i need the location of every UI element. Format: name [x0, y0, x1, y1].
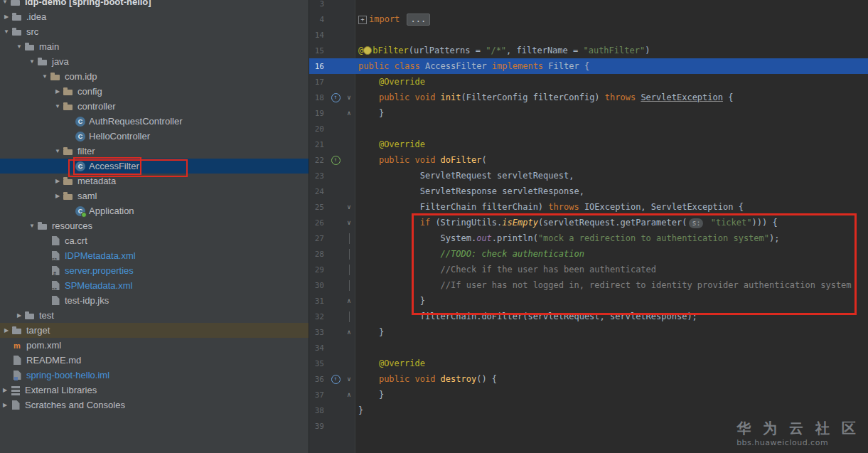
code-text[interactable]: } — [355, 387, 868, 403]
tree-item-external-libraries[interactable]: ▶External Libraries — [0, 383, 309, 398]
line-number[interactable]: 37 — [309, 390, 328, 400]
line-number[interactable]: 29 — [309, 265, 328, 275]
editor-line-23[interactable]: 23 ServletRequest servletRequest, — [309, 168, 868, 183]
editor-line-30[interactable]: 30 //If user has not logged in, redirect… — [309, 277, 868, 293]
line-number[interactable]: 20 — [309, 124, 328, 134]
line-number[interactable]: 27 — [309, 234, 328, 243]
tree-item-controller[interactable]: ▼controller — [0, 99, 309, 114]
editor-line-26[interactable]: 26 if (StringUtils.isEmpty(servletReques… — [309, 215, 868, 230]
fold-bar-icon[interactable] — [349, 265, 350, 275]
fold-bar-icon[interactable] — [349, 249, 350, 260]
line-number[interactable]: 23 — [309, 171, 328, 181]
line-number[interactable]: 17 — [309, 78, 328, 87]
tree-item-main[interactable]: ▼main — [0, 39, 309, 54]
code-text[interactable]: public void destroy() { — [355, 371, 868, 387]
line-number[interactable]: 26 — [309, 218, 328, 228]
code-text[interactable] — [355, 0, 868, 11]
code-text[interactable]: ServletRequest servletRequest, — [355, 168, 868, 183]
expand-down-arrow-icon[interactable]: ▼ — [53, 148, 63, 154]
fold-bar-icon[interactable] — [349, 280, 350, 291]
editor-line-14[interactable]: 14 — [309, 27, 868, 43]
editor-line-16[interactable]: 16public class AccessFilter implements F… — [309, 58, 868, 74]
code-text[interactable]: @bFilter(urlPatterns = "/*", filterName … — [355, 43, 868, 58]
fold-down-icon[interactable] — [347, 95, 350, 101]
expand-right-arrow-icon[interactable]: ▶ — [0, 387, 10, 393]
code-text[interactable] — [355, 340, 868, 356]
editor-line-24[interactable]: 24 ServletResponse servletResponse, — [309, 183, 868, 199]
tree-item-idpmetadata-xml[interactable]: IDPMetadata.xml — [0, 248, 309, 263]
editor-line-20[interactable]: 20 — [309, 121, 868, 137]
editor-line-15[interactable]: 15@bFilter(urlPatterns = "/*", filterNam… — [309, 43, 868, 58]
expand-down-arrow-icon[interactable]: ▼ — [27, 58, 37, 65]
line-number[interactable]: 18 — [309, 93, 328, 102]
fold-up-icon[interactable] — [347, 329, 350, 336]
editor-line-19[interactable]: 19 } — [309, 105, 868, 121]
line-number[interactable]: 30 — [309, 281, 328, 290]
editor-line-17[interactable]: 17 @Override — [309, 74, 868, 90]
fold-down-icon[interactable] — [347, 220, 350, 226]
code-text[interactable]: ServletResponse servletResponse, — [355, 183, 868, 199]
code-text[interactable]: @Override — [355, 137, 868, 152]
line-number[interactable]: 22 — [309, 156, 328, 165]
expand-right-arrow-icon[interactable]: ▶ — [53, 178, 63, 184]
override-method-icon[interactable] — [331, 156, 341, 165]
expand-right-arrow-icon[interactable]: ▶ — [1, 14, 11, 20]
tree-item-hellocontroller[interactable]: HelloController — [0, 129, 309, 144]
editor-line-34[interactable]: 34 — [309, 340, 868, 356]
code-text[interactable]: public class AccessFilter implements Fil… — [355, 58, 868, 74]
line-number[interactable]: 28 — [309, 250, 328, 259]
tree-item-filter[interactable]: ▼filter — [0, 144, 309, 159]
editor-line-18[interactable]: 18 public void init(FilterConfig filterC… — [309, 90, 868, 105]
expand-down-arrow-icon[interactable]: ▼ — [53, 103, 63, 110]
code-text[interactable]: FilterChain filterChain) throws IOExcept… — [355, 199, 868, 215]
editor-line-4[interactable]: 4import ... — [309, 11, 868, 27]
code-text[interactable]: } — [355, 403, 868, 418]
code-text[interactable] — [355, 27, 868, 43]
line-number[interactable]: 3 — [309, 0, 328, 9]
expand-right-arrow-icon[interactable]: ▶ — [0, 402, 10, 408]
editor-line-25[interactable]: 25 FilterChain filterChain) throws IOExc… — [309, 199, 868, 215]
editor-line-32[interactable]: 32 filterChain.doFilter(servletRequest, … — [309, 309, 868, 324]
tree-item-idea[interactable]: ▶.idea — [0, 9, 309, 24]
line-number[interactable]: 34 — [309, 343, 328, 353]
code-text[interactable]: public void init(FilterConfig filterConf… — [355, 90, 868, 105]
tree-item-resources[interactable]: ▼resources — [0, 218, 309, 233]
code-text[interactable] — [355, 121, 868, 137]
line-number[interactable]: 39 — [309, 422, 328, 431]
code-text[interactable]: //Check if the user has been authenticat… — [355, 262, 868, 277]
editor-line-36[interactable]: 36 public void destroy() { — [309, 371, 868, 387]
code-text[interactable]: } — [355, 105, 868, 121]
tree-item-metadata[interactable]: ▶metadata — [0, 174, 309, 188]
fold-up-icon[interactable] — [347, 110, 350, 117]
override-method-icon[interactable] — [331, 375, 341, 384]
editor-line-29[interactable]: 29 //Check if the user has been authenti… — [309, 262, 868, 277]
tree-item-authrequestcontroller[interactable]: AuthRequestController — [0, 114, 309, 129]
tree-item-application[interactable]: Application — [0, 203, 309, 218]
editor-line-21[interactable]: 21 @Override — [309, 137, 868, 152]
code-text[interactable]: //TODO: check authentication — [355, 246, 868, 262]
line-number[interactable]: 38 — [309, 406, 328, 415]
code-text[interactable]: //If user has not logged in, redirect to… — [355, 277, 868, 293]
fold-expand-icon[interactable] — [358, 16, 367, 24]
tree-item-pom-xml[interactable]: pom.xml — [0, 338, 309, 353]
tree-item-server-properties[interactable]: server.properties — [0, 263, 309, 278]
fold-bar-icon[interactable] — [349, 233, 350, 244]
line-number[interactable]: 36 — [309, 375, 328, 384]
code-text[interactable]: @Override — [355, 74, 868, 90]
editor-line-35[interactable]: 35 @Override — [309, 356, 868, 371]
tree-item-target[interactable]: ▶target — [0, 323, 309, 338]
tree-item-saml[interactable]: ▶saml — [0, 188, 309, 203]
fold-up-icon[interactable] — [347, 298, 350, 304]
editor-line-33[interactable]: 33 } — [309, 324, 868, 340]
line-number[interactable]: 35 — [309, 359, 328, 368]
tree-item-idp-demo-spring-boot-hello[interactable]: ▼idp-demo [spring-boot-hello] — [0, 0, 309, 9]
code-text[interactable]: System.out.println("mock a redirection t… — [355, 230, 868, 246]
fold-bar-icon[interactable] — [349, 311, 350, 322]
tree-item-test[interactable]: ▶test — [0, 308, 309, 323]
tree-item-spmetadata-xml[interactable]: SPMetadata.xml — [0, 278, 309, 293]
expand-down-arrow-icon[interactable]: ▼ — [40, 73, 50, 80]
editor-line-38[interactable]: 38} — [309, 403, 868, 418]
editor-line-27[interactable]: 27 System.out.println("mock a redirectio… — [309, 230, 868, 246]
editor-line-3[interactable]: 3 — [309, 0, 868, 11]
tree-item-readme-md[interactable]: README.md — [0, 353, 309, 368]
